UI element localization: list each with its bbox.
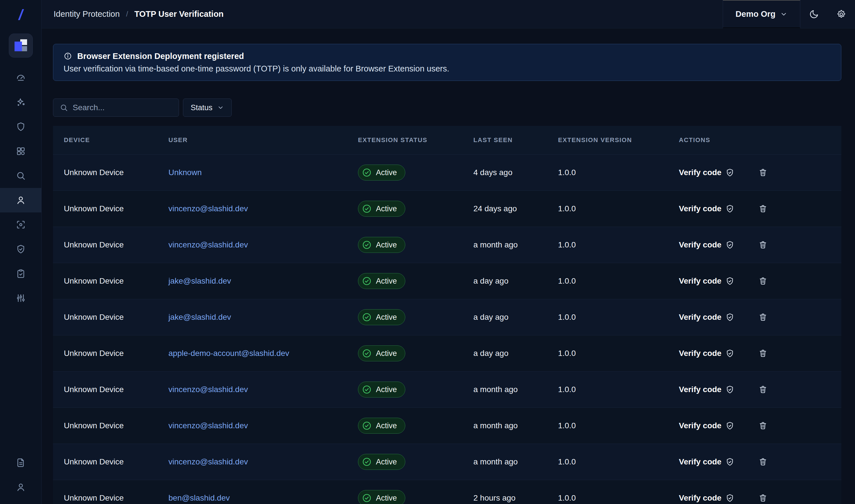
info-icon [64, 52, 72, 60]
verify-code-button[interactable]: Verify code [679, 313, 734, 322]
check-circle-icon [362, 384, 372, 395]
check-circle-icon [362, 493, 372, 503]
version-cell: 1.0.0 [547, 421, 668, 430]
verify-code-button[interactable]: Verify code [679, 385, 734, 394]
status-badge: Active [358, 490, 405, 504]
breadcrumb: Identity Protection / TOTP User Verifica… [41, 0, 224, 28]
sidebar-item-tasks[interactable] [0, 262, 41, 286]
user-link[interactable]: Unknown [169, 168, 202, 177]
delete-button[interactable] [758, 313, 768, 322]
sidebar-item-settings[interactable] [0, 286, 41, 310]
org-selector-button[interactable]: Demo Org [723, 0, 800, 28]
sidebar-item-account[interactable] [0, 475, 41, 500]
col-extension-version: Extension version [547, 137, 668, 144]
user-link[interactable]: vincenzo@slashid.dev [169, 240, 248, 249]
sidebar-item-monitoring[interactable] [0, 212, 41, 237]
delete-button[interactable] [758, 349, 768, 358]
search-box [53, 98, 179, 117]
trash-icon [758, 276, 768, 286]
verify-code-button[interactable]: Verify code [679, 240, 734, 249]
verify-code-button[interactable]: Verify code [679, 168, 734, 177]
delete-button[interactable] [758, 276, 768, 286]
table-row: Unknown Device jake@slashid.dev Active a… [53, 299, 841, 336]
verify-code-label: Verify code [679, 385, 721, 394]
main-content: Browser Extension Deployment registered … [41, 29, 855, 504]
status-badge: Active [358, 345, 405, 361]
check-circle-icon [362, 167, 372, 178]
shield-check-icon [725, 457, 734, 466]
sidebar-item-search[interactable] [0, 163, 41, 188]
search-icon [59, 103, 68, 112]
delete-button[interactable] [758, 204, 768, 213]
status-label: Active [376, 494, 397, 503]
col-device: Device [53, 137, 158, 144]
status-badge: Active [358, 418, 405, 434]
app-switcher-button[interactable] [9, 34, 33, 57]
version-cell: 1.0.0 [547, 493, 668, 503]
last-seen-cell: 24 days ago [463, 204, 547, 213]
search-icon [16, 170, 26, 181]
search-input[interactable] [73, 103, 172, 112]
delete-button[interactable] [758, 385, 768, 394]
user-link[interactable]: vincenzo@slashid.dev [169, 421, 248, 430]
verify-code-label: Verify code [679, 276, 721, 286]
shield-check-icon [725, 276, 734, 286]
app-logo-icon [15, 39, 27, 52]
table-row: Unknown Device ben@slashid.dev Active 2 … [53, 480, 841, 504]
check-circle-icon [362, 312, 372, 322]
version-cell: 1.0.0 [547, 385, 668, 394]
delete-button[interactable] [758, 457, 768, 466]
check-circle-icon [362, 420, 372, 431]
status-badge: Active [358, 237, 405, 253]
user-link[interactable]: vincenzo@slashid.dev [169, 385, 248, 394]
user-link[interactable]: ben@slashid.dev [169, 493, 230, 502]
verify-code-button[interactable]: Verify code [679, 457, 734, 466]
sidebar-item-docs[interactable] [0, 450, 41, 475]
sidebar-item-modules[interactable] [0, 139, 41, 163]
account-icon [16, 482, 26, 492]
device-cell: Unknown Device [53, 313, 158, 322]
verify-code-button[interactable]: Verify code [679, 276, 734, 286]
version-cell: 1.0.0 [547, 240, 668, 249]
settings-button[interactable] [827, 0, 855, 28]
theme-toggle-button[interactable] [800, 0, 827, 28]
sidebar-item-protection[interactable] [0, 114, 41, 139]
sidebar-item-users[interactable] [0, 188, 41, 212]
user-link[interactable]: vincenzo@slashid.dev [169, 457, 248, 466]
page-title: TOTP User Verification [134, 10, 224, 19]
status-badge: Active [358, 165, 405, 181]
user-link[interactable]: apple-demo-account@slashid.dev [169, 349, 289, 358]
gear-icon [836, 9, 847, 19]
user-link[interactable]: jake@slashid.dev [169, 313, 231, 322]
delete-button[interactable] [758, 168, 768, 177]
verify-code-label: Verify code [679, 493, 721, 503]
user-link[interactable]: vincenzo@slashid.dev [169, 204, 248, 213]
sidebar-item-dashboard[interactable] [0, 66, 41, 90]
device-cell: Unknown Device [53, 240, 158, 249]
verify-code-button[interactable]: Verify code [679, 493, 734, 503]
shield-icon [16, 122, 26, 132]
sidebar-item-activity[interactable] [0, 90, 41, 114]
col-last-seen: Last seen [463, 137, 547, 144]
status-filter-button[interactable]: Status [183, 98, 232, 117]
last-seen-cell: a month ago [463, 457, 547, 466]
delete-button[interactable] [758, 493, 768, 503]
modules-icon [16, 146, 26, 156]
delete-button[interactable] [758, 240, 768, 249]
brand-logo: / [0, 0, 41, 30]
check-circle-icon [362, 203, 372, 214]
verify-code-button[interactable]: Verify code [679, 204, 734, 213]
status-label: Active [376, 313, 397, 322]
status-label: Active [376, 277, 397, 286]
table-row: Unknown Device vincenzo@slashid.dev Acti… [53, 444, 841, 480]
breadcrumb-parent[interactable]: Identity Protection [54, 10, 120, 19]
delete-button[interactable] [758, 421, 768, 430]
dashboard-icon [16, 73, 26, 83]
user-link[interactable]: jake@slashid.dev [169, 276, 231, 285]
org-selector-label: Demo Org [736, 10, 775, 19]
verify-code-button[interactable]: Verify code [679, 421, 734, 430]
verify-code-button[interactable]: Verify code [679, 349, 734, 358]
activity-icon [16, 97, 26, 107]
sidebar-item-verification[interactable] [0, 237, 41, 262]
status-label: Active [376, 349, 397, 358]
